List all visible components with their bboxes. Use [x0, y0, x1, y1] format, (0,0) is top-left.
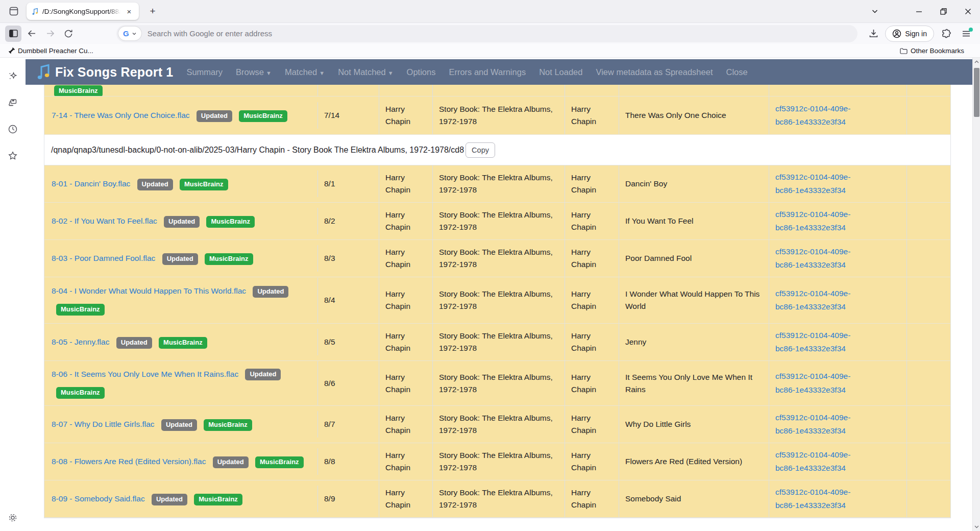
track-number: 8/5 [324, 336, 335, 348]
report-nav-summary[interactable]: Summary [186, 67, 223, 77]
mbid-link[interactable]: cf53912c-0104-409e-bc86-1e43332e3f34 [775, 208, 850, 235]
track-number-cell: 7/14 [318, 96, 379, 134]
track-number: 8/9 [324, 493, 335, 505]
url-bar[interactable]: G Search with Google or enter address [116, 25, 857, 42]
sign-in-button[interactable]: Sign in [885, 26, 934, 42]
table-row: 8-06 - It Seems You Only Love Me When It… [44, 361, 950, 406]
song-file-link[interactable]: 8-08 - Flowers Are Red (Edited Version).… [52, 457, 206, 466]
restore-button[interactable] [931, 0, 955, 22]
downloads-icon[interactable] [865, 25, 882, 42]
mbid-link[interactable]: cf53912c-0104-409e-bc86-1e43332e3f34 [775, 370, 850, 397]
settings-gear-icon[interactable] [5, 510, 21, 526]
table-row: 8-01 - Dancin' Boy.flac Updated MusicBra… [44, 165, 950, 203]
report-nav-view-metadata-as-spreadsheet[interactable]: View metadata as Spreadsheet [596, 67, 713, 77]
mbid-cell: cf53912c-0104-409e-bc86-1e43332e3f34 [769, 361, 907, 405]
song-file-link[interactable]: 7-14 - There Was Only One Choice.flac [52, 111, 190, 119]
song-file-link[interactable]: 8-07 - Why Do Little Girls.flac [52, 420, 155, 428]
track-number: 8/1 [324, 178, 335, 190]
artist-cell: Harry Chapin [379, 406, 433, 443]
album-artist: Harry Chapin [571, 412, 612, 437]
artist-cell: Harry Chapin [379, 203, 433, 239]
mbid-link[interactable]: cf53912c-0104-409e-bc86-1e43332e3f34 [775, 486, 850, 513]
songs-table-body: 7-14 - There Was Only One Choice.flac Up… [44, 96, 950, 518]
sidebar-toggle-icon[interactable] [5, 26, 21, 42]
bookmarks-star-icon[interactable] [5, 148, 21, 164]
mbid-link[interactable]: cf53912c-0104-409e-bc86-1e43332e3f34 [775, 102, 850, 129]
mbid-link[interactable]: cf53912c-0104-409e-bc86-1e43332e3f34 [775, 245, 850, 272]
album-cell: Story Book: The Elektra Albums, 1972-197… [433, 203, 565, 239]
empty-cell [907, 480, 950, 517]
empty-cell [907, 203, 950, 239]
scroll-down-icon[interactable] [973, 523, 980, 531]
songs-table: MusicBrainz 7-14 - There Was Only One Ch… [44, 85, 951, 518]
musicbrainz-badge: MusicBrainz [56, 304, 105, 316]
ai-chatbot-sparkle-icon[interactable] [5, 68, 21, 84]
report-nav-matched[interactable]: Matched▼ [285, 67, 325, 77]
musicbrainz-badge: MusicBrainz [194, 494, 242, 505]
mbid-cell: cf53912c-0104-409e-bc86-1e43332e3f34 [769, 406, 907, 443]
tab-title: /D:/SongKongSupport/88ac125 [42, 8, 120, 15]
report-nav-options[interactable]: Options [407, 67, 436, 77]
mbid-link[interactable]: cf53912c-0104-409e-bc86-1e43332e3f34 [775, 448, 850, 475]
musicbrainz-badge: MusicBrainz [206, 216, 255, 228]
track-number: 8/8 [324, 455, 335, 468]
song-file-link[interactable]: 8-02 - If You Want To Feel.flac [52, 216, 157, 225]
album-artist-cell: Harry Chapin [565, 165, 619, 202]
mbid-link[interactable]: cf53912c-0104-409e-bc86-1e43332e3f34 [775, 411, 850, 438]
search-engine-chip[interactable]: G [118, 27, 141, 40]
page-scrollbar[interactable] [972, 58, 980, 531]
album-artist: Harry Chapin [571, 330, 612, 354]
tab-close-icon[interactable]: × [124, 6, 134, 16]
report-page: Fix Songs Report 1 SummaryBrowse▼Matched… [26, 58, 980, 531]
scrollbar-thumb[interactable] [974, 68, 979, 117]
report-nav-errors-and-warnings[interactable]: Errors and Warnings [449, 67, 526, 77]
list-tabs-chevron-icon[interactable] [863, 0, 887, 22]
track-number: 8/2 [324, 215, 335, 227]
back-icon[interactable] [23, 26, 40, 42]
empty-cell [907, 361, 950, 405]
close-window-button[interactable] [955, 0, 980, 22]
report-nav-not-loaded[interactable]: Not Loaded [539, 67, 582, 77]
minimize-button[interactable] [906, 0, 931, 22]
song-file-link[interactable]: 8-06 - It Seems You Only Love Me When It… [52, 370, 238, 378]
firefox-view-icon[interactable] [5, 3, 22, 20]
artist: Harry Chapin [385, 371, 426, 396]
mbid-link[interactable]: cf53912c-0104-409e-bc86-1e43332e3f34 [775, 329, 850, 356]
extensions-icon[interactable] [937, 25, 954, 42]
empty-cell [907, 277, 950, 323]
mbid-link[interactable]: cf53912c-0104-409e-bc86-1e43332e3f34 [775, 287, 850, 314]
song-file-link[interactable]: 8-03 - Poor Damned Fool.flac [52, 254, 155, 262]
menu-notification-dot [969, 28, 973, 32]
menu-hamburger-icon[interactable] [958, 25, 975, 42]
album: Story Book: The Elektra Albums, 1972-197… [439, 209, 558, 233]
track-number-cell: 8/1 [318, 165, 379, 202]
history-clock-icon[interactable] [5, 121, 21, 137]
song-file-link[interactable]: 8-04 - I Wonder What Would Happen To Thi… [52, 286, 246, 295]
artist-cell: Harry Chapin [379, 361, 433, 405]
empty-cell [907, 324, 950, 360]
table-row: 8-09 - Somebody Said.flac Updated MusicB… [44, 480, 950, 518]
bookmark-item[interactable]: Dumbbell Preacher Cu... [9, 47, 93, 55]
scroll-up-icon[interactable] [973, 58, 980, 66]
song-file-link[interactable]: 8-05 - Jenny.flac [52, 337, 109, 346]
copy-path-button[interactable]: Copy [465, 142, 495, 158]
report-nav-close[interactable]: Close [726, 67, 747, 77]
mbid-link[interactable]: cf53912c-0104-409e-bc86-1e43332e3f34 [775, 171, 850, 198]
report-nav-browse[interactable]: Browse▼ [236, 67, 272, 77]
song-file-link[interactable]: 8-01 - Dancin' Boy.flac [52, 179, 130, 188]
forward-icon[interactable] [42, 26, 58, 42]
musicbrainz-badge: MusicBrainz [56, 387, 105, 399]
artist: Harry Chapin [385, 288, 426, 312]
mbid-cell: cf53912c-0104-409e-bc86-1e43332e3f34 [769, 277, 907, 323]
album: Story Book: The Elektra Albums, 1972-197… [439, 412, 558, 437]
synced-tabs-icon[interactable] [5, 94, 21, 111]
empty-cell [907, 406, 950, 443]
new-tab-button[interactable]: + [144, 3, 161, 20]
table-row: 8-08 - Flowers Are Red (Edited Version).… [44, 443, 950, 480]
other-bookmarks[interactable]: Other Bookmarks [900, 47, 964, 55]
song-file-link[interactable]: 8-09 - Somebody Said.flac [52, 494, 145, 503]
browser-tab[interactable]: /D:/SongKongSupport/88ac125 × [27, 3, 139, 20]
report-nav-not-matched[interactable]: Not Matched▼ [338, 67, 393, 77]
album: Story Book: The Elektra Albums, 1972-197… [439, 288, 558, 312]
reload-icon[interactable] [60, 26, 77, 42]
